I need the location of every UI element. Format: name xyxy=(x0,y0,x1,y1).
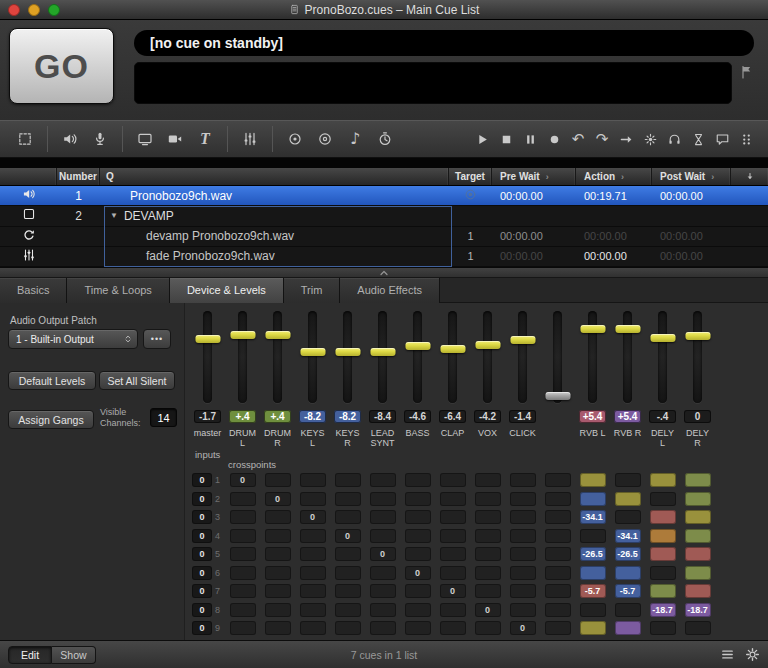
input-level-2[interactable]: 0 xyxy=(192,492,212,506)
set-all-silent-button[interactable]: Set All Silent xyxy=(99,371,175,390)
target-cue-button[interactable] xyxy=(280,125,310,153)
crosspoint-3-5[interactable] xyxy=(370,510,396,524)
crosspoint-3-12[interactable] xyxy=(615,510,641,524)
crosspoint-5-5[interactable]: 0 xyxy=(370,547,396,561)
crosspoint-9-9[interactable]: 0 xyxy=(510,621,536,635)
crosspoint-6-1[interactable] xyxy=(230,566,256,580)
input-level-1[interactable]: 0 xyxy=(192,473,212,487)
tab-device-levels[interactable]: Device & Levels xyxy=(170,278,284,303)
level-badge[interactable]: -8.2 xyxy=(334,410,361,423)
fader-handle[interactable] xyxy=(650,334,675,342)
fader-bass-track[interactable] xyxy=(413,311,422,403)
crosspoint-2-5[interactable] xyxy=(370,492,396,506)
preview-button[interactable] xyxy=(638,125,662,153)
crosspoint-5-12[interactable]: -26.5 xyxy=(615,547,641,561)
cue-row-4[interactable]: fade Pronobozo9ch.wav100:00.0000:00.0000… xyxy=(0,247,768,267)
level-badge[interactable]: +5.4 xyxy=(614,410,641,423)
list-icon[interactable] xyxy=(720,647,735,662)
patch-edit-button[interactable]: ••• xyxy=(143,329,171,349)
audio-patch-select[interactable]: 1 - Built-in Output xyxy=(8,329,138,349)
notes-button[interactable] xyxy=(710,125,734,153)
fader-dely-r-track[interactable] xyxy=(693,311,702,403)
crosspoint-8-6[interactable] xyxy=(405,603,431,617)
fader-handle[interactable] xyxy=(265,331,290,339)
input-level-7[interactable]: 0 xyxy=(192,584,212,598)
crosspoint-7-5[interactable] xyxy=(370,584,396,598)
fader-rvb-l-track[interactable] xyxy=(588,311,597,403)
level-badge[interactable]: -6.4 xyxy=(439,410,466,423)
crosspoint-9-10[interactable] xyxy=(545,621,571,635)
crosspoint-5-3[interactable] xyxy=(300,547,326,561)
fader-handle[interactable] xyxy=(230,331,255,339)
crosspoint-5-4[interactable] xyxy=(335,547,361,561)
crosspoint-9-5[interactable] xyxy=(370,621,396,635)
fader-handle[interactable] xyxy=(370,348,395,356)
gear-icon[interactable] xyxy=(745,647,760,662)
pause-button[interactable] xyxy=(518,125,542,153)
crosspoint-7-3[interactable] xyxy=(300,584,326,598)
crosspoint-5-7[interactable] xyxy=(440,547,466,561)
fader-lead-synt-track[interactable] xyxy=(378,311,387,403)
crosspoint-8-1[interactable] xyxy=(230,603,256,617)
crosspoint-7-14[interactable] xyxy=(685,584,711,598)
go-button[interactable]: GO xyxy=(9,28,114,104)
crosspoint-2-1[interactable] xyxy=(230,492,256,506)
crosspoint-4-14[interactable] xyxy=(685,529,711,543)
crosspoint-3-6[interactable] xyxy=(405,510,431,524)
crosspoint-5-1[interactable] xyxy=(230,547,256,561)
crosspoint-6-6[interactable]: 0 xyxy=(405,566,431,580)
level-badge[interactable]: +.4 xyxy=(264,410,291,423)
collapse-handle-icon[interactable] xyxy=(378,267,390,279)
crosspoint-7-11[interactable]: -5.7 xyxy=(580,584,606,598)
crosspoint-3-4[interactable] xyxy=(335,510,361,524)
monitor-button[interactable] xyxy=(662,125,686,153)
crosspoint-6-8[interactable] xyxy=(475,566,501,580)
crosspoint-2-4[interactable] xyxy=(335,492,361,506)
fader-handle[interactable] xyxy=(580,325,605,333)
crosspoint-4-8[interactable] xyxy=(475,529,501,543)
crosspoint-9-6[interactable] xyxy=(405,621,431,635)
input-level-6[interactable]: 0 xyxy=(192,566,212,580)
crosspoint-3-11[interactable]: -34.1 xyxy=(580,510,606,524)
crosspoint-5-10[interactable] xyxy=(545,547,571,561)
crosspoint-3-8[interactable] xyxy=(475,510,501,524)
input-level-5[interactable]: 0 xyxy=(192,547,212,561)
crosspoint-8-3[interactable] xyxy=(300,603,326,617)
crosspoint-4-6[interactable] xyxy=(405,529,431,543)
crosspoint-6-12[interactable] xyxy=(615,566,641,580)
fader-handle[interactable] xyxy=(615,325,640,333)
fader-handle[interactable] xyxy=(195,335,220,343)
music-cue-button[interactable]: ♪ xyxy=(340,125,370,153)
crosspoint-6-9[interactable] xyxy=(510,566,536,580)
assign-gangs-button[interactable]: Assign Gangs xyxy=(8,410,94,429)
crosspoint-1-8[interactable] xyxy=(475,473,501,487)
column-post-wait[interactable]: Post Wait› xyxy=(652,168,731,185)
column-q[interactable]: Q xyxy=(100,168,449,185)
crosspoint-2-8[interactable] xyxy=(475,492,501,506)
crosspoint-1-3[interactable] xyxy=(300,473,326,487)
crosspoint-8-11[interactable] xyxy=(580,603,606,617)
crosspoint-9-8[interactable] xyxy=(475,621,501,635)
crosspoint-7-13[interactable] xyxy=(650,584,676,598)
crosspoint-9-3[interactable] xyxy=(300,621,326,635)
crosspoint-3-14[interactable] xyxy=(685,510,711,524)
crosspoint-5-11[interactable]: -26.5 xyxy=(580,547,606,561)
crosspoint-2-2[interactable]: 0 xyxy=(265,492,291,506)
level-badge[interactable]: -8.4 xyxy=(369,410,396,423)
crosspoint-8-7[interactable] xyxy=(440,603,466,617)
crosspoint-1-11[interactable] xyxy=(580,473,606,487)
crosspoint-4-7[interactable] xyxy=(440,529,466,543)
crosspoint-5-8[interactable] xyxy=(475,547,501,561)
level-badge[interactable]: -.4 xyxy=(649,410,676,423)
crosspoint-4-10[interactable] xyxy=(545,529,571,543)
fader-handle[interactable] xyxy=(405,342,430,350)
crosspoint-7-12[interactable]: -5.7 xyxy=(615,584,641,598)
undo-button[interactable]: ↶ xyxy=(566,125,590,153)
crosspoint-4-2[interactable] xyxy=(265,529,291,543)
crosspoint-4-3[interactable] xyxy=(300,529,326,543)
crosspoint-4-9[interactable] xyxy=(510,529,536,543)
fader-handle[interactable] xyxy=(545,392,570,400)
crosspoint-8-5[interactable] xyxy=(370,603,396,617)
crosspoint-9-1[interactable] xyxy=(230,621,256,635)
close-button[interactable] xyxy=(8,4,20,16)
